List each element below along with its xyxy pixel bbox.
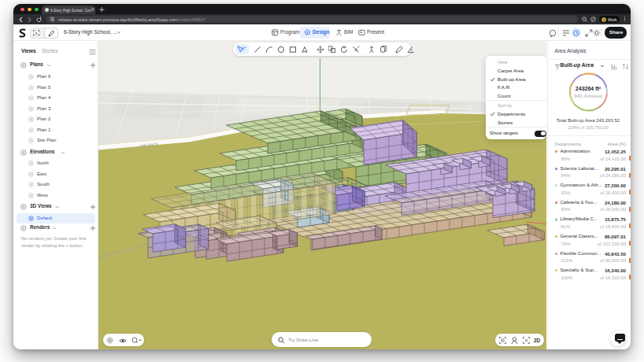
svg-text:6-Story High School, Corva: 6-Story High School, Corva xyxy=(50,9,91,13)
svg-text:release-ai-stack-stream-previo: release-ai-stack-stream-previous.dqu4tzd… xyxy=(58,17,205,22)
svg-text:Work: Work xyxy=(608,17,617,22)
